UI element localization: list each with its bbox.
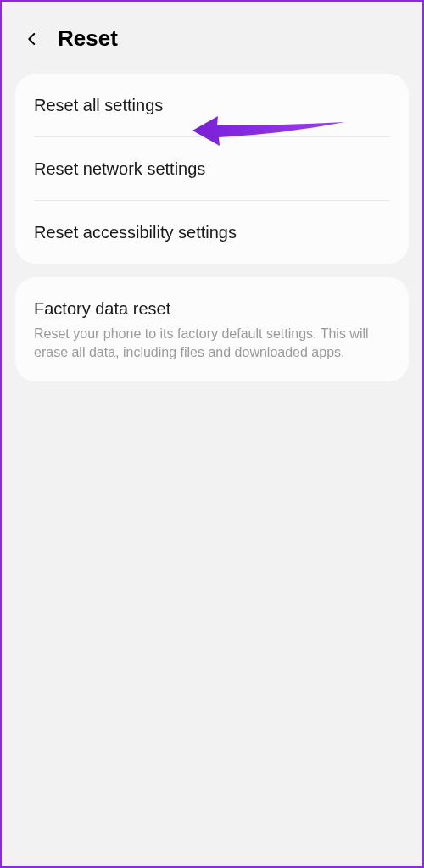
menu-item-label: Reset network settings [34,158,390,180]
menu-item-description: Reset your phone to its factory default … [34,325,390,361]
factory-reset-card: Factory data reset Reset your phone to i… [15,277,409,381]
reset-accessibility-settings-item[interactable]: Reset accessibility settings [34,201,390,264]
back-icon[interactable] [22,29,42,49]
page-title: Reset [58,25,118,52]
reset-network-settings-item[interactable]: Reset network settings [34,137,390,201]
factory-data-reset-item[interactable]: Factory data reset Reset your phone to i… [34,277,390,381]
reset-options-card: Reset all settings Reset network setting… [15,74,409,264]
menu-item-label: Reset accessibility settings [34,221,390,243]
menu-item-label: Reset all settings [34,94,390,116]
menu-item-label: Factory data reset [34,298,390,320]
reset-all-settings-item[interactable]: Reset all settings [34,74,390,137]
header: Reset [2,2,422,69]
